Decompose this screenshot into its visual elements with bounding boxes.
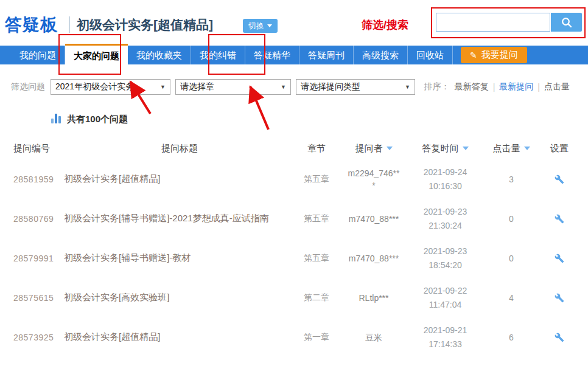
sort-label: 排序： <box>424 81 450 92</box>
question-chapter: 第五章 <box>295 213 338 224</box>
table-row: 28579991 初级会计实务[辅导书赠送]-教材 第五章 m7470_88**… <box>0 238 588 278</box>
switch-course-label: 切换 <box>248 21 264 32</box>
nav-tab-my-favorites[interactable]: 我的收藏夹 <box>128 46 191 64</box>
dropdown-caret-icon: ▼ <box>160 84 166 90</box>
question-id: 28580769 <box>13 214 64 224</box>
question-asker: m7470_88*** <box>338 252 410 264</box>
table-header-row: 提问编号 提问标题 章节 提问者 答复时间 点击量 设置 <box>0 137 588 159</box>
question-clicks: 0 <box>481 214 542 224</box>
question-title-link[interactable]: 初级会计实务[辅导书赠送]-教材 <box>64 252 295 264</box>
question-reply-time: 2021-09-23 18:54:20 <box>410 244 481 272</box>
question-id: 28575615 <box>13 293 64 303</box>
questions-table: 提问编号 提问标题 章节 提问者 答复时间 点击量 设置 28581959 初级… <box>0 137 588 357</box>
course-select-value: 2021年初级会计实务 <box>55 81 134 92</box>
wrench-icon <box>555 174 564 184</box>
chapter-select-value: 请选择章 <box>180 81 214 92</box>
nav-tab-my-questions[interactable]: 我的问题 <box>11 46 65 64</box>
header-question-title: 提问标题 <box>64 143 295 154</box>
question-clicks: 0 <box>481 254 542 263</box>
sort-desc-icon[interactable] <box>524 147 530 150</box>
sort-desc-icon[interactable] <box>387 147 393 150</box>
wrench-icon <box>555 254 564 263</box>
header-question-id: 提问编号 <box>13 143 64 154</box>
question-clicks: 6 <box>481 333 542 342</box>
sort-separator: | <box>493 82 495 92</box>
course-select[interactable]: 2021年初级会计实务 ▼ <box>51 79 170 95</box>
sort-bar: 排序： 最新答复 | 最新提问 | 点击量 <box>424 81 588 92</box>
wrench-icon <box>555 293 564 303</box>
table-row: 28580769 初级会计实务[辅导书赠送]-2021梦想成真-应试指南 第五章… <box>0 199 588 238</box>
sort-option-latest-question[interactable]: 最新提问 <box>499 81 533 92</box>
header-clicks: 点击量 <box>481 143 542 154</box>
question-asker: 豆米 <box>338 331 410 344</box>
nav-tab-my-corrections[interactable]: 我的纠错 <box>191 46 245 64</box>
header-settings: 设置 <box>542 143 577 154</box>
question-reply-time: 2021-09-23 21:30:24 <box>410 205 481 233</box>
sort-option-clicks[interactable]: 点击量 <box>544 81 570 92</box>
search-button[interactable] <box>551 13 582 32</box>
question-chapter: 第五章 <box>295 174 338 185</box>
header-asker-label: 提问者 <box>355 143 383 154</box>
question-id: 28581959 <box>13 174 64 184</box>
sort-option-latest-reply[interactable]: 最新答复 <box>455 81 489 92</box>
header: 答疑板 初级会计实务[超值精品] 切换 筛选/搜索 <box>0 0 588 46</box>
settings-button[interactable] <box>553 213 565 225</box>
question-asker: m7470_88*** <box>338 213 410 225</box>
question-reply-time: 2021-09-22 11:47:04 <box>410 284 481 312</box>
question-clicks: 3 <box>481 174 542 184</box>
question-title-link[interactable]: 初级会计实务[超值精品] <box>64 331 295 343</box>
settings-button[interactable] <box>553 252 565 264</box>
header-reply-time-label: 答复时间 <box>422 143 459 154</box>
app-logo: 答疑板 <box>5 13 58 36</box>
question-asker: m2294_746** * <box>338 167 410 192</box>
stats-row: 共有100个问题 <box>0 113 128 124</box>
settings-button[interactable] <box>553 292 565 304</box>
chapter-select[interactable]: 请选择章 ▼ <box>175 79 291 95</box>
search-input[interactable] <box>436 13 550 32</box>
ask-question-label: 我要提问 <box>481 49 518 61</box>
question-chapter: 第二章 <box>295 292 338 303</box>
nav-tab-everyones-questions[interactable]: 大家的问题 <box>65 44 128 67</box>
question-chapter: 第一章 <box>295 332 338 343</box>
sort-desc-icon[interactable] <box>463 147 469 150</box>
nav-tab-advanced-search[interactable]: 高级搜索 <box>354 46 408 64</box>
ask-question-button[interactable]: ✎ 我要提问 <box>461 47 527 63</box>
bar-chart-icon <box>51 113 61 123</box>
filter-questions-label: 筛选问题 <box>11 81 45 92</box>
question-title-link[interactable]: 初级会计实务[辅导书赠送]-2021梦想成真-应试指南 <box>64 213 295 224</box>
caret-down-icon <box>267 24 272 27</box>
header-clicks-label: 点击量 <box>493 143 520 154</box>
switch-course-button[interactable]: 切换 <box>243 19 278 33</box>
total-questions-text: 共有100个问题 <box>67 114 128 124</box>
sort-separator: | <box>537 82 540 92</box>
table-row: 28581959 初级会计实务[超值精品] 第五章 m2294_746** * … <box>0 159 588 199</box>
course-title: 初级会计实务[超值精品] <box>77 16 213 33</box>
question-id: 28579991 <box>13 254 64 263</box>
question-clicks: 4 <box>481 293 542 303</box>
dropdown-caret-icon: ▼ <box>281 84 286 90</box>
question-type-select-value: 请选择提问类型 <box>301 81 360 92</box>
nav-tab-qa-highlights[interactable]: 答疑精华 <box>245 46 299 64</box>
search-icon <box>561 16 573 29</box>
table-row: 28573925 初级会计实务[超值精品] 第一章 豆米 2021-09-21 … <box>0 317 588 357</box>
question-type-select[interactable]: 请选择提问类型 ▼ <box>296 79 415 95</box>
header-divider <box>69 16 70 33</box>
header-asker: 提问者 <box>338 143 410 154</box>
dropdown-caret-icon: ▼ <box>405 84 410 90</box>
settings-button[interactable] <box>553 331 565 344</box>
question-title-link[interactable]: 初级会计实务[超值精品] <box>64 173 295 185</box>
table-row: 28575615 初级会计实务[高效实验班] 第二章 RLtlp*** 2021… <box>0 278 588 317</box>
question-id: 28573925 <box>13 333 64 342</box>
question-title-link[interactable]: 初级会计实务[高效实验班] <box>64 292 295 303</box>
pencil-icon: ✎ <box>470 51 477 60</box>
main-nav: 我的问题 大家的问题 我的收藏夹 我的纠错 答疑精华 答疑周刊 高级搜索 回收站… <box>0 46 588 64</box>
nav-tab-recycle-bin[interactable]: 回收站 <box>408 46 453 64</box>
filter-row: 筛选问题 2021年初级会计实务 ▼ 请选择章 ▼ 请选择提问类型 ▼ 排序： … <box>0 79 588 95</box>
question-chapter: 第五章 <box>295 253 338 264</box>
qa-board-page: 答疑板 初级会计实务[超值精品] 切换 筛选/搜索 我的问题 大家的问题 我的收… <box>0 0 588 366</box>
question-reply-time: 2021-09-21 17:14:33 <box>410 323 481 351</box>
settings-button[interactable] <box>553 173 565 185</box>
wrench-icon <box>555 214 564 224</box>
nav-tab-qa-weekly[interactable]: 答疑周刊 <box>299 46 354 64</box>
question-reply-time: 2021-09-24 10:16:30 <box>410 165 481 193</box>
